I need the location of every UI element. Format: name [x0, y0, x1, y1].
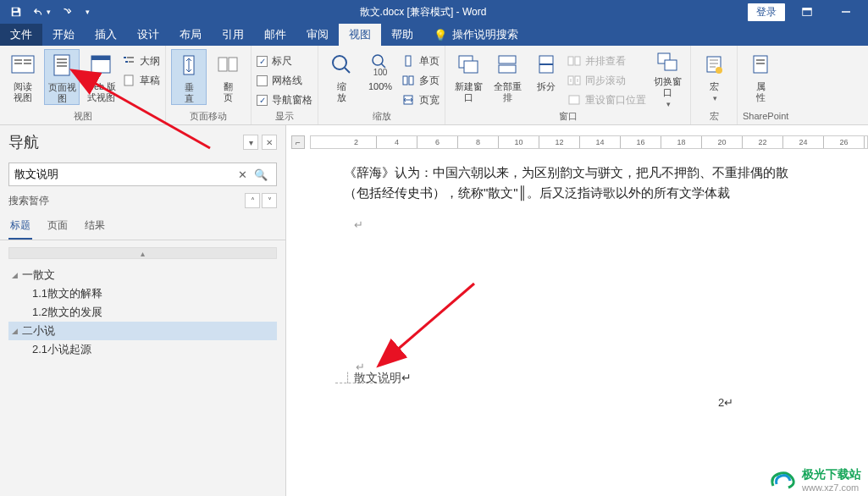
svg-rect-38 — [568, 57, 573, 65]
nav-tree: ◢一散文 1.1散文的解释 1.2散文的发展 ◢二小说 2.1小说起源 — [0, 262, 285, 496]
svg-rect-29 — [403, 76, 407, 85]
login-button[interactable]: 登录 — [748, 3, 785, 21]
svg-line-25 — [345, 68, 350, 73]
nav-pane-checkbox[interactable]: 导航窗格 — [257, 91, 312, 108]
nav-search-box[interactable]: ✕ 🔍 — [8, 163, 277, 186]
draft-button[interactable]: 草稿 — [122, 72, 160, 89]
ruler-corner[interactable]: ⌐ — [291, 135, 305, 149]
tab-review[interactable]: 审阅 — [296, 24, 339, 46]
group-macros: 宏▾ 宏 — [691, 46, 738, 124]
switch-windows-button[interactable]: 切换窗口▾ — [650, 49, 685, 105]
page-width-button[interactable]: 页宽 — [401, 91, 440, 108]
nav-tab-pages[interactable]: 页面 — [46, 213, 69, 240]
svg-rect-23 — [229, 58, 237, 71]
svg-rect-6 — [14, 59, 22, 61]
search-icon[interactable]: 🔍 — [251, 168, 271, 181]
multi-page-button[interactable]: 多页 — [401, 72, 440, 89]
ribbon-options-button[interactable] — [790, 0, 824, 24]
document-title: 散文.docx [兼容模式] - Word — [98, 5, 748, 19]
macros-button[interactable]: 宏▾ — [696, 49, 732, 105]
svg-rect-35 — [499, 65, 516, 73]
tree-item[interactable]: ◢一散文 — [8, 266, 277, 284]
menu-bar: 文件 开始 插入 设计 布局 引用 邮件 审阅 视图 帮助 💡 操作说明搜索 — [0, 24, 868, 46]
document-text[interactable]: 《辞海》认为：中国六朝以来，为区别韵文与骈文，把凡不押韵、不重排偶的散 （包括经… — [344, 163, 860, 203]
document-area[interactable]: ⌐ 2468101214161820222426 《辞海》认为：中国六朝以来，为… — [286, 125, 868, 496]
tab-insert[interactable]: 插入 — [85, 24, 127, 46]
sync-scroll-button: 同步滚动 — [567, 72, 646, 89]
nav-dropdown-button[interactable]: ▾ — [243, 135, 258, 150]
svg-rect-8 — [24, 59, 31, 61]
nav-search-input[interactable] — [14, 168, 235, 181]
print-layout-button[interactable]: 页面视图 — [44, 49, 80, 105]
reset-window-pos-button: 重设窗口位置 — [567, 91, 646, 108]
nav-close-button[interactable]: ✕ — [262, 135, 277, 150]
redo-button[interactable] — [56, 2, 78, 22]
tell-me-label: 操作说明搜索 — [452, 27, 518, 42]
read-mode-button[interactable]: 阅读 视图 — [5, 49, 41, 105]
title-bar: ▾ ▾ 散文.docx [兼容模式] - Word 登录 — [0, 0, 868, 24]
new-window-button[interactable]: 新建窗口 — [451, 49, 486, 105]
svg-rect-1 — [14, 13, 19, 16]
arrange-all-button[interactable]: 全部重排 — [489, 49, 525, 105]
tab-file[interactable]: 文件 — [0, 24, 42, 46]
tab-home[interactable]: 开始 — [42, 24, 85, 46]
nav-tab-results[interactable]: 结果 — [83, 213, 107, 240]
tab-mailings[interactable]: 邮件 — [254, 24, 296, 46]
group-window: 新建窗口 全部重排 拆分 并排查看 同步滚动 重设窗口位置 切换窗口▾ 窗口 — [445, 46, 691, 124]
gridlines-checkbox[interactable]: 网格线 — [257, 72, 312, 89]
tree-item[interactable]: ◢二小说 — [8, 322, 277, 340]
web-layout-button[interactable]: Web 版式视图 — [83, 49, 119, 105]
svg-rect-13 — [57, 65, 67, 67]
prev-result-button[interactable]: ˄ — [245, 193, 260, 208]
svg-rect-16 — [124, 57, 126, 58]
group-sharepoint: 属 性 SharePoint — [738, 46, 793, 124]
svg-rect-17 — [127, 57, 134, 58]
svg-rect-0 — [14, 8, 18, 12]
undo-button[interactable]: ▾ — [30, 2, 53, 22]
svg-rect-44 — [665, 60, 677, 70]
search-status: 搜索暂停 — [8, 194, 49, 208]
tree-item[interactable]: 1.1散文的解释 — [8, 284, 277, 303]
group-views: 阅读 视图 页面视图 Web 版式视图 大纲 草稿 视图 — [0, 46, 166, 124]
properties-button[interactable]: 属 性 — [743, 49, 778, 105]
svg-rect-30 — [409, 76, 413, 85]
save-button[interactable] — [5, 2, 27, 22]
zoom-button[interactable]: 缩 放 — [323, 49, 359, 105]
zoom-100-button[interactable]: 100100% — [362, 49, 398, 105]
svg-rect-22 — [218, 58, 227, 71]
tab-references[interactable]: 引用 — [212, 24, 254, 46]
tab-design[interactable]: 设计 — [127, 24, 169, 46]
split-button[interactable]: 拆分 — [528, 49, 564, 105]
footer-text[interactable]: ┊散文说明↵ — [342, 371, 412, 386]
clear-search-icon[interactable]: ✕ — [235, 168, 251, 181]
horizontal-ruler[interactable]: 2468101214161820222426 — [310, 135, 868, 149]
outline-button[interactable]: 大纲 — [122, 52, 160, 69]
next-result-button[interactable]: ˅ — [262, 193, 277, 208]
one-page-button[interactable]: 单页 — [401, 52, 440, 69]
qat-customize-button[interactable]: ▾ — [81, 2, 93, 22]
page-number: 2↵ — [718, 396, 733, 409]
tab-help[interactable]: 帮助 — [381, 24, 423, 46]
minimize-button[interactable] — [829, 0, 863, 24]
tree-item[interactable]: 1.2散文的发展 — [8, 303, 277, 322]
svg-rect-9 — [24, 63, 31, 64]
tab-view[interactable]: 视图 — [339, 24, 381, 46]
svg-rect-39 — [575, 57, 580, 65]
vertical-button[interactable]: 垂 直 — [171, 49, 207, 105]
svg-point-24 — [333, 56, 346, 69]
svg-rect-20 — [124, 75, 133, 85]
tree-item[interactable]: 2.1小说起源 — [8, 340, 277, 359]
svg-rect-11 — [57, 58, 67, 60]
ruler-checkbox[interactable]: 标尺 — [257, 52, 312, 69]
collapse-all-button[interactable]: ▴ — [8, 247, 277, 259]
svg-rect-18 — [125, 61, 128, 63]
svg-rect-28 — [406, 56, 411, 66]
tell-me-search[interactable]: 💡 操作说明搜索 — [423, 27, 518, 42]
watermark: 极光下载站 www.xz7.com — [768, 467, 861, 493]
nav-tab-headings[interactable]: 标题 — [8, 213, 32, 240]
tab-layout[interactable]: 布局 — [169, 24, 212, 46]
ribbon: 阅读 视图 页面视图 Web 版式视图 大纲 草稿 视图 垂 直 翻 页 页面移… — [0, 46, 868, 125]
side-to-side-button[interactable]: 翻 页 — [210, 49, 246, 105]
svg-rect-34 — [499, 56, 516, 63]
svg-rect-49 — [756, 63, 765, 64]
